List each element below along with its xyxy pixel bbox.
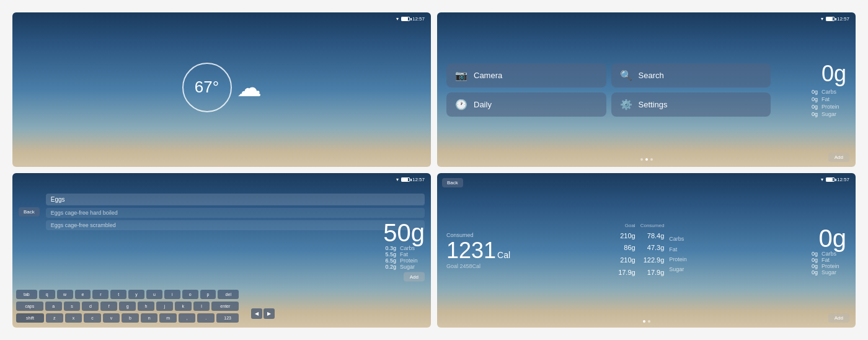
j-key[interactable]: j [156, 302, 173, 311]
sugar-label-2: Sugar [822, 111, 846, 117]
b-key[interactable]: b [122, 313, 139, 323]
r4-sugar-lbl: Sugar [822, 269, 846, 275]
v-key[interactable]: v [103, 313, 120, 323]
goal-fat: 86g [618, 243, 636, 254]
search-input-3[interactable]: Eggs [46, 194, 425, 205]
tab-key[interactable]: tab [16, 290, 37, 299]
o-key[interactable]: o [182, 290, 198, 299]
arrow-left[interactable]: ◀ [251, 308, 262, 319]
label-carbs: Carbs [669, 235, 687, 243]
dot-4-2 [648, 320, 650, 323]
key-row-3: shift z x c v b n m , . 123 [16, 313, 239, 323]
dot-3 [650, 158, 653, 161]
r4-protein: 0g Protein [805, 263, 846, 269]
key-row-1: tab q w e r t y u i o p del [16, 290, 239, 299]
fat-row-2: 0g Fat [805, 96, 846, 102]
w-key[interactable]: w [57, 290, 73, 299]
protein-val-3: 6.5g [384, 257, 396, 263]
search-button[interactable]: 🔍 Search [611, 63, 771, 87]
sugar-label-3: Sugar [400, 263, 425, 269]
k-key[interactable]: k [175, 302, 192, 311]
daily-label: Daily [474, 100, 492, 109]
protein-val-2: 0g [805, 104, 818, 110]
r4-fat: 0g Fat [805, 257, 846, 263]
r4-carbs: 0g Carbs [805, 251, 846, 257]
capslock-key[interactable]: caps [16, 302, 43, 311]
u-key[interactable]: u [146, 290, 162, 299]
big-value-4: 0g [819, 226, 847, 251]
p-key[interactable]: p [200, 290, 216, 299]
shift-key[interactable]: shift [16, 313, 44, 323]
consumed-header: Consumed [640, 223, 665, 228]
carbs-label-3: Carbs [400, 244, 425, 251]
l-key[interactable]: l [193, 302, 210, 311]
label-sugar: Sugar [669, 265, 687, 274]
period-key[interactable]: . [197, 313, 215, 323]
123-key[interactable]: 123 [216, 313, 239, 323]
carbs-val-2: 0g [805, 89, 818, 95]
add-button-3[interactable]: Add [404, 272, 425, 281]
g-key[interactable]: g [119, 302, 136, 311]
page-dots-2 [640, 158, 653, 161]
r4-fat-lbl: Fat [822, 257, 846, 263]
x-key[interactable]: x [65, 313, 82, 323]
dot-4-1 [643, 320, 645, 323]
menu-content: 📷 Camera 🔍 Search 🕐 Daily ⚙️ Settings 0g [437, 12, 856, 167]
sugar-val-3: 0.2g [384, 263, 396, 269]
q-key[interactable]: q [39, 290, 55, 299]
enter-key[interactable]: enter [211, 302, 239, 311]
a-key[interactable]: a [45, 302, 62, 311]
add-button-2[interactable]: Add [828, 153, 849, 162]
right-nutrition-3: 50g 0.3g Carbs 5.5g Fat 6.5g Protein 0.2… [383, 220, 425, 281]
add-button-4[interactable]: Add [828, 313, 849, 323]
nutrition-panel-2: 0g 0g Carbs 0g Fat 0g Protein 0g Sugar [778, 63, 846, 117]
comma-key[interactable]: , [179, 313, 196, 323]
goal-protein: 210g [618, 255, 636, 266]
weather-content: 67° ☁ [182, 63, 262, 112]
page-dots-4 [643, 320, 650, 323]
camera-button[interactable]: 📷 Camera [446, 63, 606, 87]
delete-key[interactable]: del [218, 290, 239, 299]
e-key[interactable]: e [75, 290, 91, 299]
time-1: 12:57 [412, 16, 425, 22]
t-key[interactable]: t [110, 290, 126, 299]
wifi-icon: ▾ [396, 16, 399, 22]
menu-buttons: 📷 Camera 🔍 Search 🕐 Daily ⚙️ Settings [446, 63, 771, 117]
r4-sugar: 0g Sugar [805, 269, 846, 275]
suggestion-1[interactable]: Eggs cage-free hard boiled [46, 208, 425, 218]
consumed-carbs: 78.4g [640, 231, 665, 242]
r-key[interactable]: r [92, 290, 108, 299]
search-top-area: Back Eggs Eggs cage-free hard boiled Egg… [12, 173, 431, 251]
protein-row-2: 0g Protein [805, 104, 846, 110]
back-button-3[interactable]: Back [19, 207, 40, 217]
fat-val-2: 0g [805, 96, 818, 102]
m-key[interactable]: m [159, 313, 177, 323]
n-key[interactable]: n [141, 313, 158, 323]
calorie-number: 1231 [446, 239, 496, 262]
fat-val-3: 5.5g [384, 251, 396, 257]
z-key[interactable]: z [46, 313, 63, 323]
right-panel-4: 0g 0g Carbs 0g Fat 0g Protein 0g Sugar [790, 226, 846, 275]
d-key[interactable]: d [82, 302, 99, 311]
daily-button[interactable]: 🕐 Daily [446, 92, 606, 117]
consumed-col: Consumed 78.4g 47.3g 122.9g 17.9g [640, 223, 665, 278]
y-key[interactable]: y [128, 290, 144, 299]
arrow-right[interactable]: ▶ [264, 308, 275, 319]
s-key[interactable]: s [64, 302, 81, 311]
r4-protein-lbl: Protein [822, 263, 846, 269]
f-key[interactable]: f [100, 302, 117, 311]
temperature-circle: 67° [182, 63, 232, 112]
c-key[interactable]: c [84, 313, 101, 323]
status-bar-1: ▾ 12:57 [396, 16, 425, 22]
keyboard: tab q w e r t y u i o p del caps a s d f… [12, 285, 242, 328]
suggestion-2[interactable]: Eggs cage-free scrambled [46, 220, 425, 230]
battery-icon [401, 17, 410, 21]
h-key[interactable]: h [138, 302, 154, 311]
stats-block: Goal 210g 86g 210g 17.9g Consumed 78.4g … [521, 223, 784, 278]
sugar-val-2: 0g [805, 111, 818, 117]
dot-2 [645, 158, 648, 161]
settings-button[interactable]: ⚙️ Settings [611, 92, 771, 117]
camera-icon: 📷 [455, 69, 467, 81]
i-key[interactable]: i [164, 290, 180, 299]
screen-menu: ▾ 12:57 📷 Camera 🔍 Search 🕐 Daily [437, 12, 856, 167]
